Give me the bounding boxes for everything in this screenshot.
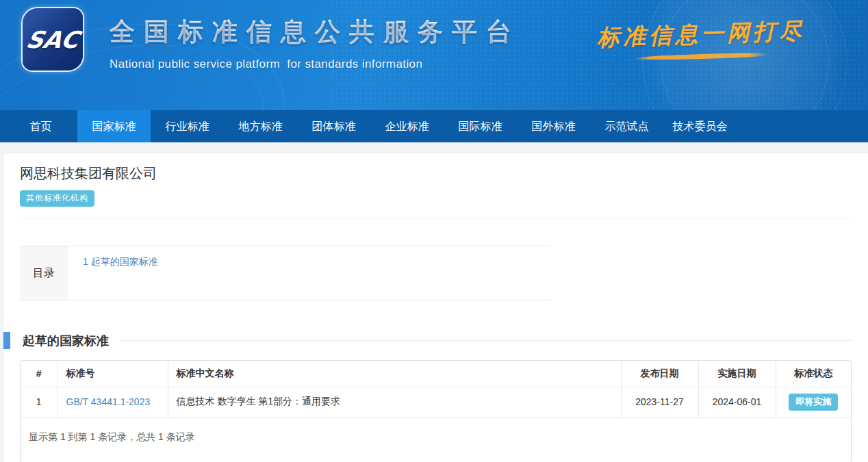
- table-header-row: # 标准号 标准中文名称 发布日期 实施日期 标准状态: [21, 361, 851, 387]
- site-title: 全国标准信息公共服务平台: [110, 15, 520, 49]
- col-header-name-cn: 标准中文名称: [168, 361, 621, 387]
- org-type-badge: 其他标准化机构: [20, 190, 94, 207]
- section-header: 起草的国家标准: [20, 332, 852, 349]
- sac-logo[interactable]: SAC: [23, 8, 83, 70]
- cell-name-cn: 信息技术 数字孪生 第1部分：通用要求: [168, 387, 621, 417]
- toc-box: 目录 1 起草的国家标准: [20, 246, 550, 300]
- sac-logo-text: SAC: [24, 26, 81, 53]
- nav-item-industry-standards[interactable]: 行业标准: [151, 110, 224, 142]
- site-title-block: 全国标准信息公共服务平台 National public service pla…: [110, 15, 520, 71]
- col-header-status: 标准状态: [776, 361, 851, 387]
- cell-standard-no: GB/T 43441.1-2023: [58, 387, 168, 417]
- cell-publish-date: 2023-11-27: [621, 387, 698, 417]
- table-record-summary: 显示第 1 到第 1 条记录，总共 1 条记录: [21, 418, 851, 462]
- slogan-block: 标准信息一网打尽: [597, 19, 805, 59]
- standards-table: # 标准号 标准中文名称 发布日期 实施日期 标准状态 1 GB/T 43441…: [21, 361, 851, 418]
- cell-status: 即将实施: [776, 387, 851, 417]
- nav-item-technical-committee[interactable]: 技术委员会: [663, 110, 737, 142]
- main-nav: 首页 国家标准 行业标准 地方标准 团体标准 企业标准 国际标准 国外标准 示范…: [0, 110, 868, 142]
- toc-label: 目录: [20, 246, 68, 300]
- status-badge: 即将实施: [789, 394, 838, 411]
- page-background: 网思科技集团有限公司 其他标准化机构 目录 1 起草的国家标准 起草的国家标准 …: [0, 142, 868, 462]
- standards-table-panel: # 标准号 标准中文名称 发布日期 实施日期 标准状态 1 GB/T 43441…: [20, 360, 852, 462]
- cell-index: 1: [21, 387, 58, 417]
- standard-no-link[interactable]: GB/T 43441.1-2023: [66, 396, 151, 407]
- content-card: 网思科技集团有限公司 其他标准化机构 目录 1 起草的国家标准 起草的国家标准 …: [3, 153, 868, 462]
- site-subtitle: National public service platform for sta…: [110, 57, 520, 71]
- cell-implement-date: 2024-06-01: [698, 387, 776, 417]
- col-header-implement-date: 实施日期: [698, 361, 776, 387]
- col-header-publish-date: 发布日期: [621, 361, 698, 387]
- site-header: SAC 全国标准信息公共服务平台 National public service…: [0, 0, 868, 110]
- toc-body: 1 起草的国家标准: [68, 246, 550, 300]
- nav-item-foreign-standards[interactable]: 国外标准: [517, 110, 590, 142]
- org-name: 网思科技集团有限公司: [20, 164, 852, 183]
- section-title: 起草的国家标准: [23, 333, 109, 349]
- col-header-index: #: [21, 361, 58, 387]
- org-header: 网思科技集团有限公司 其他标准化机构: [20, 153, 852, 218]
- slogan-text: 标准信息一网打尽: [596, 16, 805, 54]
- table-row: 1 GB/T 43441.1-2023 信息技术 数字孪生 第1部分：通用要求 …: [21, 387, 851, 417]
- toc-link-drafted-standards[interactable]: 1 起草的国家标准: [83, 256, 158, 267]
- nav-item-international-standards[interactable]: 国际标准: [444, 110, 517, 142]
- nav-item-group-standards[interactable]: 团体标准: [297, 110, 370, 142]
- col-header-standard-no: 标准号: [58, 361, 168, 387]
- section-divider-line: [120, 340, 852, 341]
- nav-item-home[interactable]: 首页: [4, 110, 77, 142]
- nav-item-enterprise-standards[interactable]: 企业标准: [370, 110, 444, 142]
- nav-item-local-standards[interactable]: 地方标准: [224, 110, 297, 142]
- section-accent-bar: [3, 332, 10, 349]
- nav-item-national-standards[interactable]: 国家标准: [77, 110, 151, 142]
- nav-item-pilot-demo[interactable]: 示范试点: [590, 110, 663, 142]
